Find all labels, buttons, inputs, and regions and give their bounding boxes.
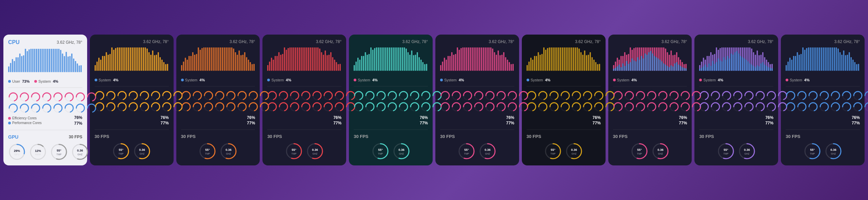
cpu-stats: 3.62 GHz, 78° (834, 39, 860, 44)
svg-rect-721 (729, 58, 730, 71)
svg-rect-344 (383, 47, 385, 71)
svg-rect-355 (404, 47, 405, 71)
svg-rect-272 (312, 47, 313, 71)
gpu-header: 30 FPS (440, 134, 514, 139)
gpu-circles: 55° TMP 0.36 GHZ (699, 142, 773, 160)
svg-rect-362 (417, 52, 418, 71)
svg-rect-336 (369, 54, 370, 71)
svg-rect-197 (235, 52, 236, 71)
performance-legend: Performance Cores (8, 121, 42, 125)
svg-rect-198 (237, 55, 238, 71)
ring-item (624, 91, 634, 101)
svg-rect-832 (830, 47, 831, 71)
svg-rect-365 (422, 62, 424, 71)
gpu-circles: 55° TMP 0.36 GHZ (440, 142, 514, 160)
performance-label: Performance Cores (12, 121, 42, 125)
fps-value: 30 FPS (354, 134, 368, 139)
rings-section (699, 91, 773, 112)
performance-pct: 77% (354, 121, 428, 125)
performance-pct: 77% (440, 121, 514, 125)
svg-rect-521 (588, 55, 589, 71)
svg-rect-840 (845, 55, 846, 71)
cores-pcts: 76% 77% (613, 115, 687, 125)
rings-section (8, 92, 82, 113)
svg-rect-637 (676, 62, 677, 71)
svg-text:55°: 55° (465, 148, 469, 152)
svg-rect-813 (795, 56, 796, 71)
card-2: 3.62 GHz, 78° System 4% (176, 35, 260, 165)
cpu-header: 3.62 GHz, 78° (267, 39, 341, 44)
svg-rect-99 (115, 48, 116, 71)
svg-rect-837 (840, 52, 841, 71)
svg-rect-436 (492, 48, 493, 71)
ring-item (451, 102, 461, 112)
system-value: 4% (53, 79, 58, 83)
svg-rect-409 (442, 62, 443, 71)
svg-rect-253 (277, 56, 278, 71)
cores-pcts: 76% 77% (181, 115, 255, 125)
svg-rect-358 (409, 55, 411, 71)
svg-rect-495 (539, 55, 541, 71)
rings-row-2 (181, 102, 255, 112)
ring-item (139, 91, 150, 101)
svg-rect-431 (483, 47, 484, 71)
svg-rect-527 (599, 64, 600, 71)
svg-rect-605 (646, 55, 648, 71)
svg-rect-107 (130, 47, 131, 71)
svg-rect-350 (395, 47, 396, 71)
cores-pcts: 76% 77% (786, 115, 860, 125)
ring-item (75, 103, 85, 113)
svg-rect-100 (117, 47, 118, 71)
cores-pcts: 76% 77% (95, 115, 169, 125)
svg-rect-593 (635, 61, 636, 71)
performance-pct: 77% (613, 121, 687, 125)
gpu-circles: 29% GPU 12% MEM 55° TMP (8, 143, 82, 161)
svg-rect-833 (832, 47, 833, 71)
ring-item (440, 91, 450, 101)
svg-rect-812 (793, 56, 794, 71)
cpu-stats: 3.62 GHz, 78° (316, 39, 342, 44)
svg-rect-357 (408, 52, 409, 71)
svg-rect-348 (391, 47, 392, 71)
ring-item (830, 91, 841, 101)
gpu-metric-circle: 0.36 GHZ (479, 142, 496, 160)
gpu-metric-circle: 55° TMP (804, 142, 821, 160)
rings-section (95, 91, 169, 112)
ring-item (842, 102, 852, 112)
svg-text:55°: 55° (724, 148, 728, 152)
rings-row-1 (267, 91, 341, 101)
svg-rect-499 (547, 48, 548, 71)
svg-rect-262 (293, 47, 295, 71)
card-5: 3.62 GHz, 78° System 4% (435, 35, 519, 165)
svg-rect-116 (146, 48, 148, 71)
performance-dot (8, 122, 11, 124)
ring-item (680, 102, 690, 112)
svg-rect-489 (528, 62, 530, 71)
gpu-metric-circle: 0.36 GHZ (306, 142, 324, 160)
svg-rect-517 (580, 52, 581, 71)
svg-rect-844 (852, 60, 854, 71)
svg-rect-8 (23, 55, 24, 72)
svg-rect-830 (827, 47, 828, 71)
svg-rect-695 (705, 65, 706, 71)
svg-rect-0 (8, 66, 9, 72)
svg-rect-441 (501, 55, 502, 71)
ring-item (354, 91, 364, 101)
ring-item (312, 102, 322, 112)
svg-rect-510 (567, 47, 569, 71)
efficiency-pct: 76% (267, 115, 341, 120)
efficiency-pct: 76% (786, 115, 860, 120)
ring-item (323, 91, 333, 101)
svg-rect-415 (453, 55, 454, 71)
svg-rect-36 (75, 61, 76, 72)
svg-rect-497 (543, 47, 545, 71)
svg-rect-190 (222, 47, 223, 71)
ring-item (237, 102, 247, 112)
svg-text:GHZ: GHZ (78, 153, 83, 156)
ring-item (181, 91, 191, 101)
system-dot (34, 80, 37, 83)
ring-item (226, 102, 236, 112)
ring-item (797, 91, 807, 101)
card-6: 3.62 GHz, 78° System 4% (522, 35, 606, 165)
svg-rect-808 (786, 65, 787, 71)
